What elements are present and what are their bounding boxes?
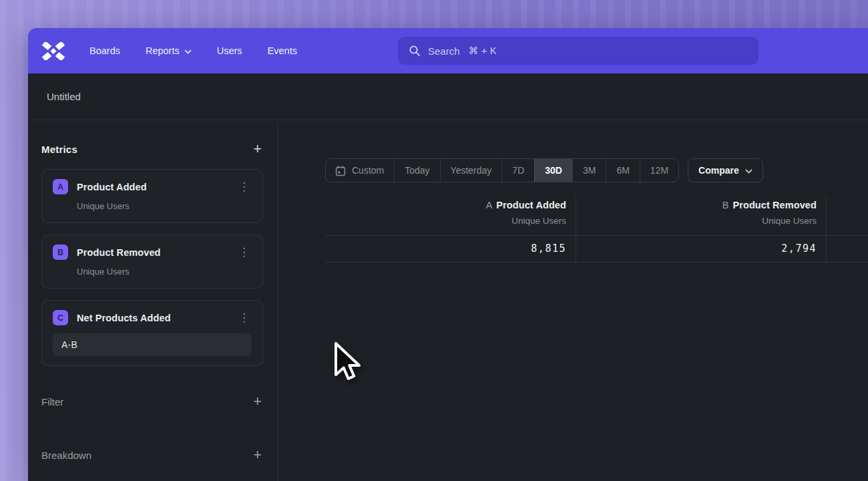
filter-label: Filter [41,396,63,408]
range-12m[interactable]: 12M [640,159,678,182]
date-toolbar: Custom Today Yesterday 7D 30D 3M 6M 12M … [325,158,868,182]
kebab-menu-icon[interactable]: ⋮ [236,182,252,192]
metric-badge-a: A [53,179,68,194]
metric-badge-b: B [53,245,68,260]
report-header: Untitled [28,73,868,120]
nav-item-label: Users [217,45,242,56]
metric-measurement[interactable]: Unique Users [77,267,252,277]
results-table: AProduct Added Unique Users BProduct Rem… [325,196,868,263]
metric-card-b[interactable]: B Product Removed ⋮ Unique Users [41,234,263,289]
metric-measurement[interactable]: Unique Users [77,201,252,211]
column-header-b[interactable]: BProduct Removed Unique Users [576,196,827,236]
filter-section-header: Filter + [41,393,263,410]
range-custom[interactable]: Custom [326,159,394,182]
range-30d[interactable]: 30D [534,159,572,182]
metric-name[interactable]: Net Products Added [77,313,171,323]
nav-items: Boards Reports Users Events [89,45,297,56]
query-sidebar: Metrics + A Product Added ⋮ Unique Users… [28,120,278,481]
search-input[interactable]: Search ⌘ + K [398,37,758,65]
breakdown-label: Breakdown [41,450,91,461]
calendar-icon [335,166,346,176]
date-range-control: Custom Today Yesterday 7D 30D 3M 6M 12M [325,158,679,182]
metrics-label: Metrics [41,144,77,155]
nav-item-label: Reports [146,45,180,56]
formula-input[interactable]: A-B [53,333,252,356]
value-cell-a[interactable]: 8,815 [325,236,576,263]
report-title[interactable]: Untitled [47,91,81,102]
add-metric-button[interactable]: + [252,143,263,155]
compare-button[interactable]: Compare [688,158,763,182]
range-label: Today [405,165,429,176]
top-nav: Boards Reports Users Events Search ⌘ + K [28,28,868,73]
value-cell-b[interactable]: 2,794 [576,236,827,263]
breakdown-section-header: Breakdown + [41,446,263,464]
range-yesterday[interactable]: Yesterday [440,159,502,182]
search-shortcut: ⌘ + K [469,45,497,57]
column-header-spacer [827,196,868,236]
column-subtitle: Unique Users [576,216,817,226]
search-icon [409,45,421,57]
metric-name[interactable]: Product Removed [77,247,161,258]
chevron-down-icon [184,49,192,54]
metric-name[interactable]: Product Added [77,182,147,192]
add-filter-button[interactable]: + [252,395,263,408]
column-header-a[interactable]: AProduct Added Unique Users [325,196,576,236]
metric-badge-c: C [53,310,68,325]
range-label: 6M [616,165,629,176]
range-today[interactable]: Today [394,159,439,182]
results-panel: Custom Today Yesterday 7D 30D 3M 6M 12M … [278,120,868,481]
nav-item-reports[interactable]: Reports [146,45,192,56]
range-label: Yesterday [451,165,492,176]
add-breakdown-button[interactable]: + [252,449,263,461]
column-name: Product Added [496,200,566,210]
metric-card-a[interactable]: A Product Added ⋮ Unique Users [41,169,263,223]
column-name: Product Removed [732,200,817,210]
nav-item-label: Boards [89,45,120,56]
range-label: 7D [512,165,524,176]
range-7d[interactable]: 7D [501,159,534,182]
metric-card-c[interactable]: C Net Products Added ⋮ A-B [41,300,263,366]
column-subtitle: Unique Users [325,216,566,226]
range-label: 30D [545,165,562,176]
column-letter: B [722,200,729,210]
search-placeholder: Search [428,45,460,57]
column-letter: A [486,200,493,210]
nav-item-users[interactable]: Users [217,45,242,56]
range-3m[interactable]: 3M [572,159,606,182]
kebab-menu-icon[interactable]: ⋮ [236,313,252,323]
range-label: 3M [583,165,596,176]
range-6m[interactable]: 6M [606,159,639,182]
value-cell-spacer [827,236,868,263]
nav-item-boards[interactable]: Boards [89,45,120,56]
compare-label: Compare [698,165,739,176]
kebab-menu-icon[interactable]: ⋮ [236,248,252,257]
range-label: Custom [352,165,384,176]
nav-item-events[interactable]: Events [268,45,297,56]
mixpanel-logo-icon[interactable] [41,42,65,60]
nav-item-label: Events [268,45,297,56]
metrics-section-header: Metrics + [41,140,263,158]
app-window: Boards Reports Users Events Search ⌘ + K… [28,28,868,481]
range-label: 12M [650,165,668,176]
chevron-down-icon [745,169,752,174]
